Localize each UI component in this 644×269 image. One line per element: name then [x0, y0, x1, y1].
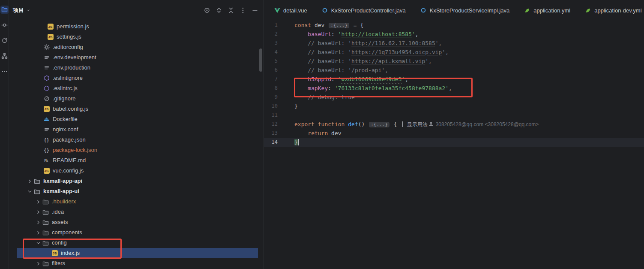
tree-item-gitignore[interactable]: .gitignore: [17, 94, 258, 104]
chevron-right-icon[interactable]: [35, 230, 42, 236]
code-token: [294, 49, 308, 55]
tree-item-components[interactable]: components: [17, 227, 258, 238]
code-line-7: 7 h5Appid: 'wxdb10069bd8e49de3',: [264, 75, 644, 84]
locate-file-icon[interactable]: [203, 6, 211, 15]
commit-tool-icon[interactable]: [0, 21, 9, 29]
line-number[interactable]: 7: [264, 75, 285, 84]
tree-item-label: index.js: [61, 248, 80, 258]
chevron-down-icon[interactable]: [35, 240, 42, 246]
folder-file-icon: [42, 219, 49, 226]
tree-item-package-lock-json[interactable]: {}package-lock.json: [17, 145, 258, 155]
chevron-down-icon[interactable]: [26, 189, 33, 194]
tree-item-nginx-conf[interactable]: nginx.conf: [17, 124, 258, 135]
line-number[interactable]: 10: [264, 102, 285, 111]
type-hint-chip[interactable]: :{...}: [329, 23, 349, 28]
tree-item-filters[interactable]: filters: [17, 258, 258, 269]
chevron-right-icon[interactable]: [35, 261, 42, 266]
expand-all-icon[interactable]: [215, 6, 223, 15]
tree-item-env-development[interactable]: .env.development: [17, 52, 258, 63]
code-token: // baseUrl: ': [308, 58, 351, 64]
tree-item-kxmall-app-ui[interactable]: kxmall-app-ui: [17, 186, 258, 196]
usages-hint[interactable]: 显示用法: [407, 121, 428, 127]
tree-item-config[interactable]: config: [17, 238, 258, 248]
tree-item-kxmall-app-api[interactable]: kxmall-app-api: [17, 176, 258, 186]
tree-item-label: package-lock.json: [53, 145, 97, 155]
line-number[interactable]: 4: [264, 48, 285, 57]
chevron-right-icon[interactable]: [35, 199, 42, 205]
tab-detail-vue[interactable]: detail.vue: [267, 0, 315, 21]
code-token: ',: [435, 40, 442, 46]
chevron-right-icon[interactable]: [26, 178, 33, 184]
code-token: '76133c81af0fe1aa35fc458fe97888a2': [335, 85, 449, 91]
line-number[interactable]: 6: [264, 66, 285, 75]
code-line-text: // baseUrl: 'http://116.62.17.100:8585',: [285, 39, 442, 48]
project-panel-toolbar: [203, 6, 259, 15]
code-token: = {: [350, 22, 363, 28]
author-icon: [428, 121, 434, 127]
project-tool-icon[interactable]: [0, 6, 9, 14]
line-number[interactable]: 1: [264, 21, 285, 30]
line-number[interactable]: 11: [264, 111, 285, 120]
tree-item-dockerfile[interactable]: Dockerfile: [17, 114, 258, 124]
tree-item-package-json[interactable]: {}package.json: [17, 135, 258, 145]
tree-item-editorconfig[interactable]: .editorconfig: [17, 42, 258, 52]
collapse-all-icon[interactable]: [227, 6, 235, 15]
code-editor[interactable]: 1const dev :{...} = {2 baseUrl: 'http://…: [264, 21, 644, 269]
tree-item-vue-config-js[interactable]: JSvue.config.js: [17, 166, 258, 176]
gear-file-icon: [43, 44, 50, 50]
tree-item-label: .eslintignore: [53, 73, 83, 83]
tree-item-idea[interactable]: .idea: [17, 207, 258, 217]
code-line-text: baseUrl: 'http://localhost:8585',: [285, 30, 419, 39]
line-number[interactable]: 2: [264, 30, 285, 39]
tree-item-eslintrc-js[interactable]: .eslintrc.js: [17, 83, 258, 94]
tree-item-hbuilderx[interactable]: .hbuilderx: [17, 196, 258, 207]
line-number[interactable]: 5: [264, 57, 285, 66]
code-token: ': [338, 31, 341, 37]
code-token: {: [390, 121, 397, 127]
project-panel-title-dropdown[interactable]: 项目: [13, 6, 30, 14]
tab-label: detail.vue: [283, 7, 307, 14]
chevron-right-icon[interactable]: [35, 220, 42, 225]
type-hint-chip[interactable]: :{...}: [369, 122, 389, 127]
tree-item-permission-js[interactable]: JSpermission.js: [17, 21, 258, 32]
code-line-text: // baseUrl: 'https://1q713u4954.oicp.vip…: [285, 48, 449, 57]
code-token: [294, 94, 308, 100]
tree-item-settings-js[interactable]: JSsettings.js: [17, 32, 258, 42]
tab-kxstoreproductcontroller-java[interactable]: KxStoreProductController.java: [315, 0, 413, 21]
tree-scrollbar-thumb[interactable]: [259, 48, 262, 72]
tab-application-yml[interactable]: application.yml: [517, 0, 578, 21]
project-tree: JSpermission.jsJSsettings.js.editorconfi…: [9, 21, 264, 269]
tree-item-env-production[interactable]: .env.production: [17, 63, 258, 73]
js-file-icon: JS: [51, 250, 58, 256]
panel-options-icon[interactable]: [239, 6, 247, 15]
more-tools-icon[interactable]: [0, 67, 9, 76]
tab-application-dev-yml[interactable]: application-dev.yml: [578, 0, 644, 21]
code-token: ': [338, 76, 341, 82]
tree-item-eslintignore[interactable]: .eslintignore: [17, 73, 258, 83]
line-number[interactable]: 12: [264, 120, 285, 129]
chevron-right-icon[interactable]: [35, 209, 42, 215]
tree-item-assets[interactable]: assets: [17, 217, 258, 227]
tree-item-readme-md[interactable]: M↓README.md: [17, 155, 258, 166]
tree-item-index-js[interactable]: JSindex.js: [17, 248, 258, 258]
tree-item-label: config: [52, 238, 67, 248]
line-number[interactable]: 8: [264, 84, 285, 93]
json-file-icon: {}: [43, 137, 50, 143]
tree-item-label: .env.development: [53, 52, 96, 63]
line-number[interactable]: 3: [264, 39, 285, 48]
line-number[interactable]: 13: [264, 129, 285, 138]
line-number[interactable]: 9: [264, 93, 285, 102]
code-line-11: 11: [264, 111, 644, 120]
code-token: [294, 58, 308, 64]
structure-tool-icon[interactable]: [0, 52, 9, 60]
hide-panel-icon[interactable]: [251, 6, 259, 15]
line-number[interactable]: 14: [264, 138, 285, 147]
code-line-13: 13 return dev: [264, 129, 644, 138]
tree-item-label: Dockerfile: [53, 114, 78, 124]
tab-kxstoreproductserviceimpl-java[interactable]: KxStoreProductServiceImpl.java: [413, 0, 517, 21]
code-token: :: [331, 31, 338, 37]
tree-item-babel-config-js[interactable]: JSbabel.config.js: [17, 104, 258, 114]
code-token: baseUrl: [308, 31, 331, 37]
js-file-icon: JS: [47, 34, 54, 40]
vcs-update-icon[interactable]: [0, 36, 9, 45]
